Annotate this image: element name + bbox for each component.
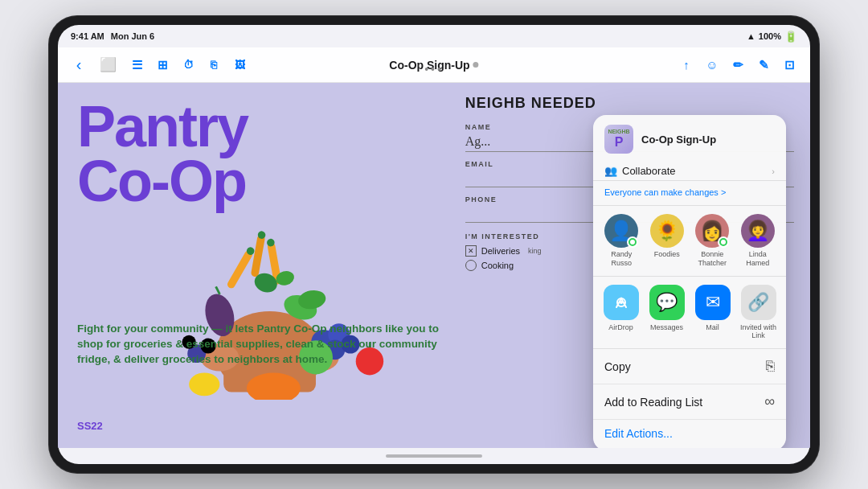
svg-rect-4 — [226, 249, 254, 290]
copy-icon: ⎘ — [766, 358, 775, 375]
markup-button[interactable]: ✎ — [752, 54, 775, 76]
person-name-linda: LindaHamed — [746, 250, 769, 268]
person-linda[interactable]: 👩‍🦱 LindaHamed — [739, 214, 777, 268]
svg-point-29 — [620, 301, 623, 304]
poster-area: Pantry Co-Op — [58, 83, 449, 448]
online-badge-randy — [627, 236, 638, 248]
share-options-row: AirDrop 💬 Messages ✉ Mail 🔗 Invited with… — [593, 277, 786, 350]
share-messages[interactable]: 💬 Messages — [646, 285, 688, 341]
cooking-label: Cooking — [481, 261, 514, 270]
poster-title: Pantry Co-Op — [77, 99, 430, 209]
share-mail[interactable]: ✉ Mail — [692, 285, 734, 341]
home-indicator — [58, 448, 810, 464]
reading-list-icon: ∞ — [764, 393, 775, 410]
poster-subtitle: Fight for your community — it lets Pantr… — [77, 322, 441, 368]
collaborate-label: Collaborate — [622, 165, 767, 177]
airdrop-label: AirDrop — [608, 323, 633, 332]
person-name-foodies: Foodies — [654, 250, 680, 259]
menu-reading-list[interactable]: Add to Reading List ∞ — [593, 384, 786, 420]
edit-actions[interactable]: Edit Actions... — [593, 420, 786, 448]
popup-header: NEIGHB P Co-Op Sign-Up — [593, 115, 786, 160]
reading-list-label: Add to Reading List — [604, 396, 702, 409]
status-bar: 9:41 AM Mon Jun 6 ▲ 100% 🔋 — [58, 25, 810, 47]
people-row: 👤 RandyRusso 🌻 Foodies — [593, 206, 786, 277]
more-button[interactable]: ⊡ — [778, 54, 800, 76]
person-foodies[interactable]: 🌻 Foodies — [648, 214, 686, 268]
airdrop-icon — [604, 285, 639, 320]
avatar-foodies: 🌻 — [650, 214, 684, 248]
wifi-icon: ▲ — [747, 31, 755, 41]
person-bonnie[interactable]: 👩 BonnieThatcher — [693, 214, 731, 268]
share-button[interactable]: ↑ — [675, 54, 698, 76]
ipad-frame: 9:41 AM Mon Jun 6 ▲ 100% 🔋 ‹ ⬜ ☰ ⊞ ⏱ ⎘ 🖼 — [48, 15, 820, 474]
history-icon[interactable]: ⏱ — [177, 54, 199, 76]
deliveries-suffix: king — [528, 247, 542, 255]
share-link[interactable]: 🔗 Invited withLink — [738, 285, 780, 341]
poster-code: SS22 — [77, 420, 103, 432]
poster-tagline: Fight for your community — it lets Pantr… — [77, 322, 441, 368]
status-right: ▲ 100% 🔋 — [747, 31, 797, 43]
mail-icon: ✉ — [695, 285, 731, 320]
svg-point-25 — [189, 373, 219, 397]
deliveries-label: Deliveries — [481, 246, 520, 256]
more-options-dots[interactable]: ••• — [424, 63, 444, 76]
main-content: Pantry Co-Op — [58, 83, 810, 448]
messages-icon: 💬 — [649, 285, 685, 320]
collaborate-chevron: › — [772, 166, 775, 176]
list-view-icon[interactable]: ☰ — [125, 54, 148, 76]
mail-label: Mail — [706, 323, 719, 332]
svg-line-11 — [216, 286, 220, 294]
popup-document-thumb: NEIGHB P — [604, 125, 633, 154]
everyone-text: Everyone can make changes > — [604, 187, 726, 197]
battery-icon: 🔋 — [784, 31, 797, 43]
svg-rect-6 — [251, 234, 266, 277]
online-badge-bonnie — [718, 236, 729, 248]
poster-title-line1: Pantry — [77, 99, 430, 154]
avatar-randy: 👤 — [604, 214, 638, 248]
media-icon[interactable]: 🖼 — [228, 54, 251, 76]
document-icon: ⬜ — [96, 54, 119, 76]
share-airdrop[interactable]: AirDrop — [600, 285, 642, 341]
home-bar — [386, 454, 482, 458]
status-date: Mon Jun 6 — [111, 31, 154, 41]
collaborate-people-icon: 👥 — [604, 165, 617, 177]
everyone-row[interactable]: Everyone can make changes > — [593, 181, 786, 206]
fruits-illustration — [74, 223, 473, 400]
pencil-button[interactable]: ✏ — [727, 54, 749, 76]
table-view-icon[interactable]: ⊞ — [151, 54, 174, 76]
copy-label: Copy — [604, 360, 631, 373]
toolbar-icons-left: ☰ ⊞ ⏱ ⎘ 🖼 — [125, 54, 251, 76]
copy-view-icon[interactable]: ⎘ — [203, 54, 225, 76]
link-icon: 🔗 — [741, 285, 776, 320]
battery-status: 100% — [759, 31, 781, 41]
avatar-linda: 👩‍🦱 — [741, 214, 775, 248]
poster-title-line2: Co-Op — [77, 154, 430, 208]
edit-actions-label: Edit Actions... — [604, 427, 673, 440]
toolbar-title-area: ☰ ⊞ ⏱ ⎘ 🖼 Co-Op Sign-Up ↑ ☺ ✏ ✎ ⊡ — [125, 54, 800, 76]
toolbar-icons-right: ↑ ☺ ✏ ✎ ⊡ — [675, 54, 800, 76]
avatar-bonnie: 👩 — [695, 214, 729, 248]
emoji-button[interactable]: ☺ — [701, 54, 723, 76]
ipad-screen: 9:41 AM Mon Jun 6 ▲ 100% 🔋 ‹ ⬜ ☰ ⊞ ⏱ ⎘ 🖼 — [58, 25, 810, 464]
status-time: 9:41 AM — [71, 31, 104, 41]
share-popup: NEIGHB P Co-Op Sign-Up 👥 Collaborate › E… — [593, 115, 786, 448]
neighbor-header: NEIGHB NEEDED — [465, 96, 794, 112]
collaborate-row[interactable]: 👥 Collaborate › — [593, 160, 786, 181]
link-label: Invited withLink — [740, 323, 776, 341]
person-randy[interactable]: 👤 RandyRusso — [602, 214, 641, 268]
back-button[interactable]: ‹ — [68, 54, 90, 76]
edit-dot — [473, 62, 479, 68]
menu-copy[interactable]: Copy ⎘ — [593, 349, 786, 384]
status-left: 9:41 AM Mon Jun 6 — [71, 31, 154, 41]
messages-label: Messages — [650, 323, 683, 332]
popup-title: Co-Op Sign-Up — [641, 134, 716, 146]
person-name-bonnie: BonnieThatcher — [698, 250, 727, 268]
person-name-randy: RandyRusso — [611, 250, 632, 268]
